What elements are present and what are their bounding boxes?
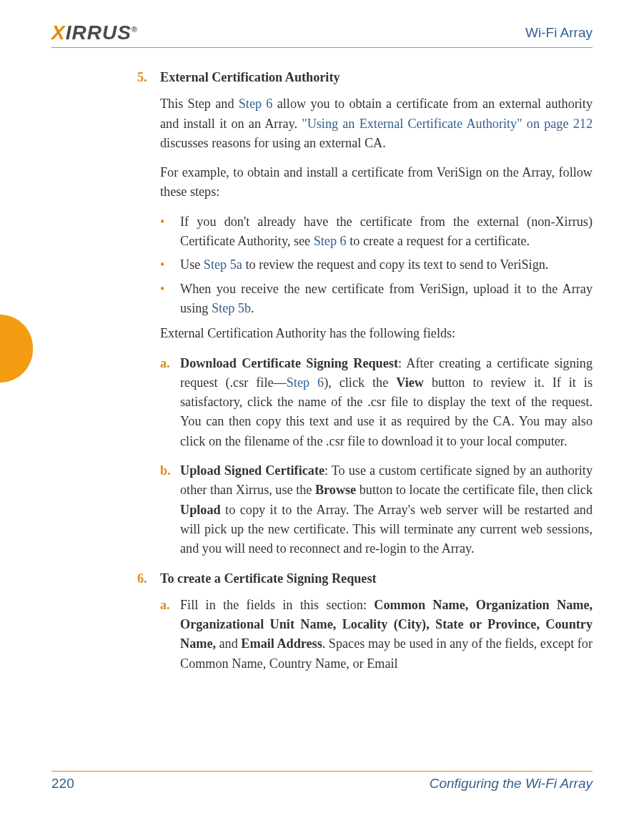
section-5-heading: 5. External Certification Authority — [137, 68, 593, 87]
bullet-text: When you receive the new certificate fro… — [180, 280, 593, 319]
side-tab — [0, 315, 33, 383]
bold: Browse — [315, 483, 356, 497]
bullet-icon: • — [160, 212, 180, 252]
bold: Upload — [180, 503, 221, 517]
logo-text: XIRRUS® — [51, 21, 138, 44]
text: discusses reasons for using an external … — [160, 136, 386, 150]
logo-x: X — [51, 21, 66, 44]
bold: Upload Signed Certificate — [180, 463, 325, 478]
text: to create a request for a certificate. — [347, 234, 530, 248]
page-header: XIRRUS® Wi-Fi Array — [51, 21, 593, 48]
logo-rest: IRRUS — [66, 21, 132, 44]
section-6-heading: 6. To create a Certificate Signing Reque… — [137, 569, 593, 588]
text: Fill in the fields in this section: — [180, 598, 374, 612]
logo: XIRRUS® — [51, 21, 138, 44]
sub-text: Fill in the fields in this section: Comm… — [180, 596, 593, 674]
sub-text: Upload Signed Certificate: To use a cust… — [180, 461, 593, 558]
text: to review the request and copy its text … — [242, 257, 549, 272]
step-number: 6. — [137, 569, 160, 588]
bullet-icon: • — [160, 255, 180, 275]
link-external-ca[interactable]: "Using an External Certificate Authority… — [302, 117, 593, 131]
sub-item-a: a. Download Certificate Signing Request:… — [160, 354, 593, 451]
bold: Download Certificate Signing Request — [180, 356, 398, 370]
bullet-text: Use Step 5a to review the request and co… — [180, 255, 593, 275]
text: to copy it to the Array. The Array's web… — [180, 503, 593, 556]
text: button to locate the certificate file, t… — [356, 483, 593, 497]
text: . — [251, 301, 254, 315]
section5-paragraph3: External Certification Authority has the… — [160, 324, 593, 343]
header-right: Wi-Fi Array — [525, 25, 593, 41]
step-number: 5. — [137, 68, 160, 87]
link-step6[interactable]: Step 6 — [239, 97, 273, 111]
bullet-text: If you don't already have the certificat… — [180, 212, 593, 252]
link-step5a[interactable]: Step 5a — [204, 257, 242, 272]
bullet-item: • If you don't already have the certific… — [160, 212, 593, 252]
content: 5. External Certification Authority This… — [51, 68, 593, 674]
bold: View — [396, 375, 424, 390]
bullet-item: • Use Step 5a to review the request and … — [160, 255, 593, 275]
registered-mark: ® — [132, 25, 138, 34]
text: and — [216, 636, 241, 651]
sub-item-b: b. Upload Signed Certificate: To use a c… — [160, 461, 593, 558]
bullet-list: • If you don't already have the certific… — [160, 212, 593, 318]
sub-label: b. — [160, 461, 180, 558]
text: Use — [180, 257, 204, 272]
text: ), click the — [324, 375, 396, 390]
step-title: External Certification Authority — [160, 68, 340, 87]
page-number: 220 — [51, 776, 74, 792]
bold: Email Address — [241, 636, 322, 651]
section-name: Configuring the Wi-Fi Array — [430, 776, 593, 792]
sub-label: a. — [160, 354, 180, 451]
link-step5b[interactable]: Step 5b — [212, 301, 251, 315]
section5-paragraph2: For example, to obtain and install a cer… — [160, 163, 593, 202]
bullet-item: • When you receive the new certificate f… — [160, 280, 593, 319]
sub-label: a. — [160, 596, 180, 674]
link-step6[interactable]: Step 6 — [287, 375, 324, 390]
step-title: To create a Certificate Signing Request — [160, 569, 377, 588]
section5-paragraph1: This Step and Step 6 allow you to obtain… — [160, 94, 593, 153]
sub-text: Download Certificate Signing Request: Af… — [180, 354, 593, 451]
bullet-icon: • — [160, 280, 180, 319]
section6-sub-a: a. Fill in the fields in this section: C… — [160, 596, 593, 674]
link-step6[interactable]: Step 6 — [314, 234, 347, 248]
page-footer: 220 Configuring the Wi-Fi Array — [51, 771, 593, 792]
text: This Step and — [160, 97, 239, 111]
